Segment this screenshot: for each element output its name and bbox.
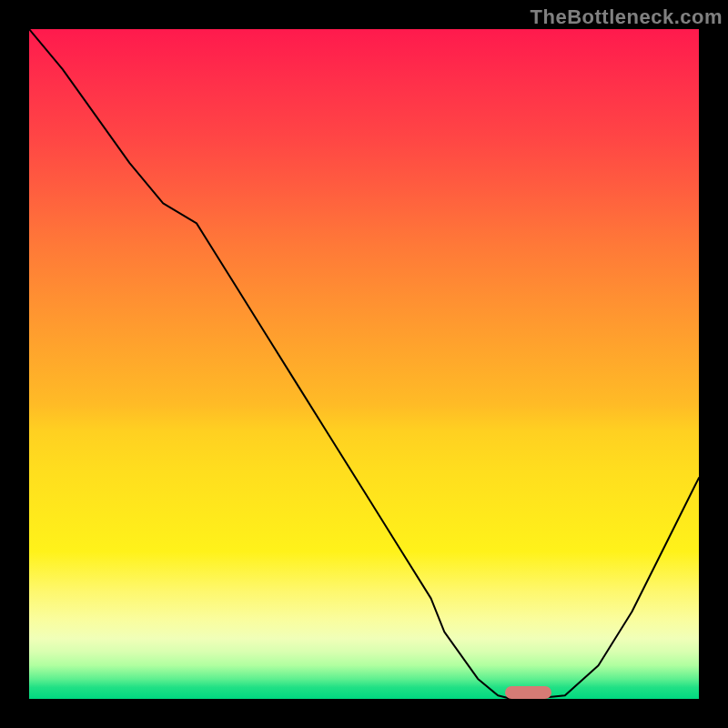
curve-svg (29, 29, 699, 699)
optimal-marker (505, 686, 552, 699)
watermark-text: TheBottleneck.com (531, 5, 723, 29)
chart-frame: TheBottleneck.com (0, 0, 728, 728)
bottleneck-curve (29, 29, 699, 699)
plot-area (29, 29, 699, 699)
